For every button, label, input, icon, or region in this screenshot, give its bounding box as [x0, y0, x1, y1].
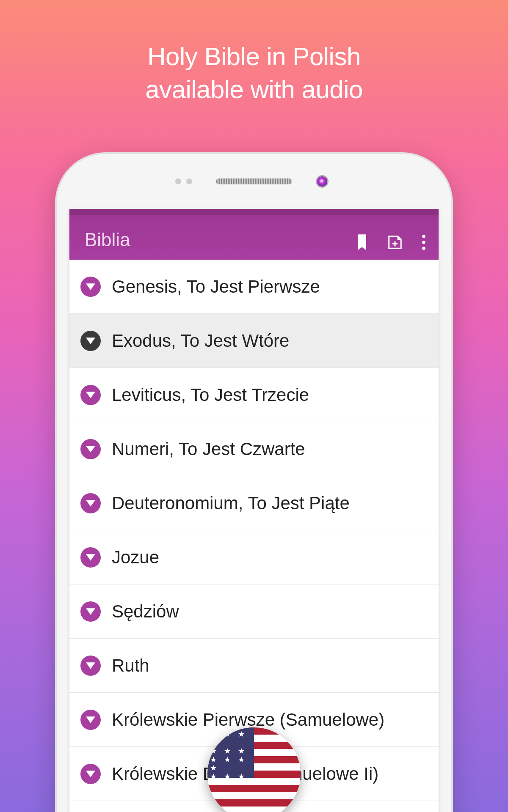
svg-point-1 [422, 241, 425, 244]
book-row[interactable]: Genesis, To Jest Pierwsze [69, 260, 439, 314]
expand-toggle-icon[interactable] [80, 439, 101, 459]
promo-line-1: Holy Bible in Polish [0, 40, 508, 73]
promo-line-2: available with audio [0, 73, 508, 106]
book-row[interactable]: Ruth [69, 639, 439, 693]
speaker-grille [216, 178, 292, 184]
expand-toggle-icon[interactable] [80, 385, 101, 405]
expand-toggle-icon[interactable] [80, 764, 101, 784]
book-list[interactable]: Genesis, To Jest PierwszeExodus, To Jest… [69, 260, 439, 801]
book-label: Jozue [112, 547, 159, 568]
expand-toggle-icon[interactable] [80, 656, 101, 676]
app-screen: Biblia Genesis, To Jest PierwszeExodus, … [69, 209, 439, 812]
expand-toggle-icon[interactable] [80, 710, 101, 730]
book-row[interactable]: Exodus, To Jest Wtóre [69, 314, 439, 368]
book-row[interactable]: Deuteronomium, To Jest Piąte [69, 476, 439, 530]
expand-toggle-icon[interactable] [80, 493, 101, 513]
phone-mockup: Biblia Genesis, To Jest PierwszeExodus, … [55, 152, 453, 812]
book-row[interactable]: Jozue [69, 530, 439, 584]
book-label: Genesis, To Jest Pierwsze [112, 277, 320, 297]
book-label: Ruth [112, 656, 149, 676]
book-row[interactable]: Sędziów [69, 584, 439, 639]
book-row[interactable]: Leviticus, To Jest Trzecie [69, 368, 439, 422]
expand-toggle-icon[interactable] [80, 277, 101, 297]
svg-point-0 [422, 235, 425, 238]
svg-point-2 [422, 247, 425, 250]
book-label: Deuteronomium, To Jest Piąte [112, 493, 350, 513]
app-bar-actions [356, 234, 426, 250]
book-label: Królewskie Pierwsze (Samuelowe) [112, 710, 384, 730]
promo-headline: Holy Bible in Polish available with audi… [0, 0, 508, 106]
expand-toggle-icon[interactable] [80, 331, 101, 351]
overflow-menu-icon[interactable] [422, 234, 426, 250]
book-label: Exodus, To Jest Wtóre [112, 331, 289, 351]
app-bar: Biblia [69, 209, 439, 260]
book-row[interactable]: Numeri, To Jest Czwarte [69, 422, 439, 476]
book-label: Sędziów [112, 601, 179, 622]
app-title: Biblia [85, 229, 356, 250]
book-label: Leviticus, To Jest Trzecie [112, 385, 309, 405]
front-camera [316, 175, 329, 188]
phone-hardware-top [57, 154, 451, 209]
new-note-icon[interactable] [387, 234, 403, 250]
expand-toggle-icon[interactable] [80, 601, 101, 622]
sensor-dots [175, 178, 192, 184]
book-label: Numeri, To Jest Czwarte [112, 439, 305, 459]
bookmark-icon[interactable] [356, 234, 368, 250]
expand-toggle-icon[interactable] [80, 547, 101, 568]
